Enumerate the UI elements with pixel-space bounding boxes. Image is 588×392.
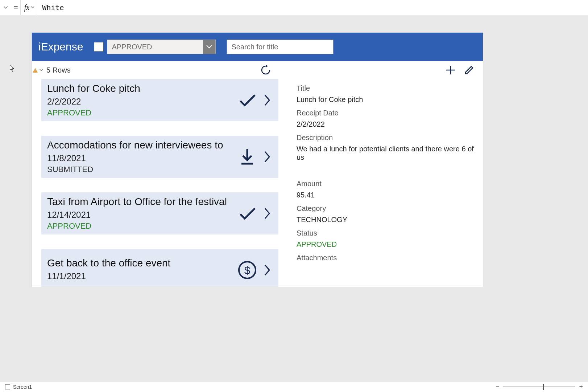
label-receipt-date: Receipt Date — [297, 109, 476, 117]
value-status: APPROVED — [297, 240, 476, 249]
zoom-slider[interactable] — [503, 387, 575, 387]
warning-icon — [33, 68, 38, 73]
label-category: Category — [297, 204, 476, 213]
cursor-icon — [10, 65, 15, 72]
value-description: We had a lunch for potential clients and… — [297, 145, 476, 162]
zoom-in-button[interactable]: + — [579, 383, 583, 391]
expense-list[interactable]: Lunch for Coke pitch 2/2/2022 APPROVED A… — [32, 79, 278, 287]
status-dropdown[interactable]: APPROVED — [107, 40, 216, 54]
edit-button[interactable] — [464, 65, 474, 75]
zoom-out-button[interactable]: − — [496, 383, 500, 391]
row-status: SUBMITTED — [47, 165, 233, 174]
status-dropdown-text: APPROVED — [107, 43, 203, 51]
zoom-handle[interactable] — [543, 384, 544, 390]
row-title: Taxi from Airport to Office for the fest… — [47, 196, 233, 208]
row-title: Accomodations for new interviewees to — [47, 139, 233, 151]
row-title: Get back to the office event — [47, 257, 233, 269]
list-item[interactable]: Get back to the office event 11/1/2021 $ — [41, 249, 278, 287]
chevron-right-icon[interactable] — [262, 94, 273, 107]
status-bar: Screen1 − + — [0, 381, 588, 392]
row-title: Lunch for Coke pitch — [47, 83, 233, 94]
property-dropdown[interactable] — [2, 4, 9, 11]
detail-panel[interactable]: Title Lunch for Coke pitch Receipt Date … — [278, 79, 483, 287]
row-date: 12/14/2021 — [47, 210, 233, 220]
screen-name: Screen1 — [13, 384, 32, 390]
label-attachments: Attachments — [297, 254, 476, 262]
refresh-button[interactable] — [260, 65, 271, 75]
chevron-right-icon[interactable] — [262, 264, 273, 277]
value-title: Lunch for Coke pitch — [297, 95, 476, 104]
value-amount: 95.41 — [297, 191, 476, 199]
chevron-down-icon[interactable] — [39, 69, 44, 72]
value-receipt-date: 2/2/2022 — [297, 120, 476, 128]
add-button[interactable] — [445, 65, 456, 75]
row-date: 11/1/2021 — [47, 271, 233, 281]
screen-checkbox[interactable] — [5, 384, 10, 389]
dollar-icon: $ — [237, 261, 257, 279]
chevron-right-icon[interactable] — [262, 150, 273, 163]
app-title: iExpense — [38, 41, 83, 53]
rows-count: 5 Rows — [46, 66, 71, 74]
rows-bar: 5 Rows — [32, 61, 278, 79]
row-status: APPROVED — [47, 108, 233, 118]
download-icon — [237, 148, 257, 166]
svg-text:$: $ — [244, 264, 250, 276]
app-frame: iExpense APPROVED — [32, 33, 483, 287]
list-item[interactable]: Accomodations for new interviewees to 11… — [41, 136, 278, 178]
list-item[interactable]: Taxi from Airport to Office for the fest… — [41, 192, 278, 234]
fx-label[interactable]: fx — [23, 0, 36, 15]
value-category: TECHNOLOGY — [297, 216, 476, 224]
search-input[interactable] — [231, 43, 329, 51]
filter-checkbox[interactable] — [94, 42, 103, 52]
right-pane: Title Lunch for Coke pitch Receipt Date … — [278, 61, 483, 287]
check-icon — [237, 206, 257, 221]
label-amount: Amount — [297, 180, 476, 188]
app-header: iExpense APPROVED — [32, 33, 483, 61]
label-title: Title — [297, 84, 476, 93]
list-item[interactable]: Lunch for Coke pitch 2/2/2022 APPROVED — [41, 79, 278, 121]
row-date: 11/8/2021 — [47, 153, 233, 163]
detail-toolbar — [278, 61, 483, 79]
left-pane: 5 Rows Lunch for Coke pitch 2/2/2022 APP… — [32, 61, 278, 287]
formula-input[interactable] — [38, 3, 586, 12]
check-icon — [237, 93, 257, 107]
label-description: Description — [297, 134, 476, 142]
label-status: Status — [297, 229, 476, 237]
row-status: APPROVED — [47, 221, 233, 231]
formula-bar: = fx — [0, 0, 588, 15]
row-date: 2/2/2022 — [47, 97, 233, 107]
canvas-area: iExpense APPROVED — [0, 15, 588, 323]
chevron-down-icon[interactable] — [203, 40, 215, 54]
chevron-right-icon[interactable] — [262, 207, 273, 220]
search-input-container[interactable] — [227, 40, 334, 54]
equals-label: = — [12, 0, 21, 15]
